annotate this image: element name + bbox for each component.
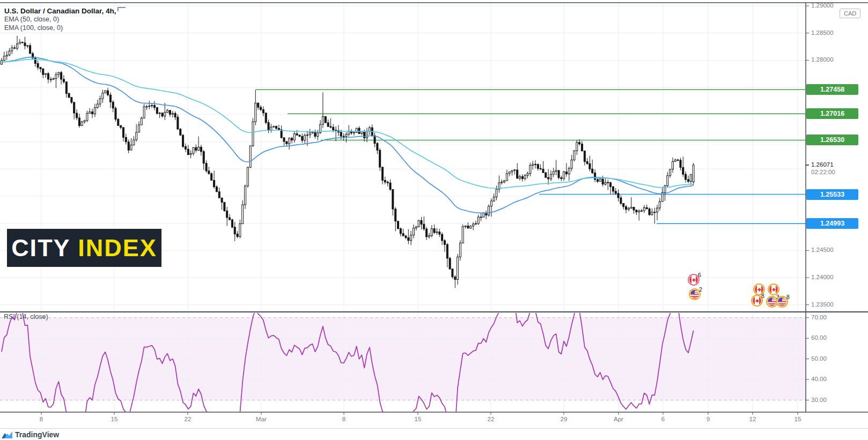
tradingview-chart-window: U.S. Dollar / Canadian Dollar, 4h, EMA (… [0,0,868,440]
rsi-tick-label: 70.00 [811,314,827,320]
price-tick-label: 1.24500 [811,247,834,253]
time-tick-label: 15 [406,416,430,422]
price-tick-label: 1.28000 [811,56,834,63]
price-tick-label: 1.23500 [811,301,834,308]
tradingview-logo-icon[interactable] [2,431,12,439]
rsi-tick-label: 40.00 [811,376,827,382]
time-tick-label: 6 [651,416,675,422]
price-level-label: 1.27458 [806,84,858,95]
last-price-label: 1.26071 [811,161,834,168]
time-tick-label: 12 [741,416,764,422]
event-count-badge: 2 [699,286,702,293]
event-count-badge: 8 [761,293,764,299]
event-count-badge: 6 [698,272,701,278]
economic-event-ca-flag-icon[interactable]: 6 [688,274,700,286]
price-level-label: 1.25533 [806,189,858,200]
time-tick-label: 22 [479,416,503,422]
price-level-label: 1.26530 [806,135,858,145]
time-tick-label: 15 [786,416,810,422]
us-flag [690,290,699,299]
watermark-city: CITY [11,229,78,267]
footer-bar: TradingView [0,428,868,440]
canada-flag [769,285,778,294]
event-count-badge: 8 [786,294,790,300]
watermark-index: INDEX [78,229,157,267]
economic-event-us-flag-icon[interactable]: 2 [689,288,701,300]
time-tick-label: Apr [607,416,630,422]
indicator-legend-ema100[interactable]: EMA (100, close, 0) [4,24,116,33]
price-tick-label: 1.29000 [811,2,834,9]
price-level-label: 1.27016 [806,108,858,119]
economic-event-ca-flag-icon[interactable]: 8 [751,295,763,307]
tradingview-brand-text[interactable]: TradingView [15,430,59,439]
chart-canvas[interactable] [0,0,868,440]
economic-event-us-flag-icon[interactable]: 8 [776,296,788,308]
indicator-legend-ema50[interactable]: EMA (50, close, 0) [4,16,116,24]
price-tick-label: 1.24000 [811,274,834,280]
price-tick-label: 1.28500 [811,29,834,36]
canada-flag [689,275,698,284]
us-flag [778,297,786,306]
time-tick-label: 8 [30,416,53,422]
currency-toggle-button[interactable]: CAD [840,9,860,18]
time-tick-label: 15 [102,416,126,422]
us-flag [768,297,776,306]
bar-countdown-label: 02:22:00 [811,169,835,175]
rsi-tick-label: 30.00 [811,397,827,403]
rsi-tick-label: 60.00 [811,334,827,341]
legend-artifact [117,7,126,11]
time-tick-label: Mar [249,416,273,422]
time-tick-label: 29 [552,416,576,422]
time-tick-label: 8 [332,416,356,422]
symbol-title[interactable]: U.S. Dollar / Canadian Dollar, 4h, [4,7,116,16]
city-index-watermark: CITY INDEX [7,229,161,267]
rsi-tick-label: 50.00 [811,355,827,362]
canada-flag [753,296,761,305]
rsi-indicator-label[interactable]: RSI (14, close) [4,313,48,320]
price-level-label: 1.24993 [806,218,858,229]
chart-legend: U.S. Dollar / Canadian Dollar, 4h, EMA (… [4,7,116,32]
time-tick-label: 9 [696,416,720,422]
time-tick-label: 22 [176,416,200,422]
